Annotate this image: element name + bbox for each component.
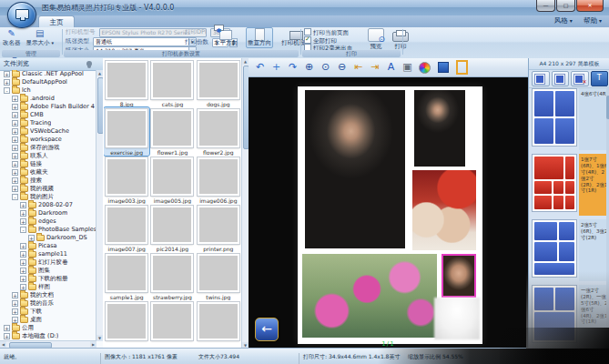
photo-portrait-large[interactable] — [305, 90, 405, 248]
collapse-icon[interactable]: - — [20, 227, 26, 233]
tree-item[interactable]: +sample11 — [0, 250, 96, 258]
thumbnail-item[interactable]: pic2014.jpg — [149, 204, 195, 252]
tree-item[interactable]: -PhotoBase Samples — [0, 226, 96, 234]
preview-button[interactable]: 预览 — [368, 28, 384, 51]
tree-item[interactable]: +样图 — [0, 283, 96, 291]
tree-item[interactable]: +我的音乐 — [0, 299, 96, 308]
expand-icon[interactable]: + — [20, 284, 26, 290]
expand-icon[interactable]: + — [12, 177, 18, 184]
maximize-button[interactable]: ▢ — [556, 0, 575, 12]
expand-icon[interactable]: + — [12, 153, 18, 159]
thumbnail-item[interactable]: cats.jpg — [149, 59, 195, 107]
thumbnail-item[interactable]: twins.jpg — [196, 252, 241, 300]
thumbnail-image[interactable] — [151, 109, 193, 147]
thumbnail-item[interactable] — [104, 300, 149, 349]
thumbnail-image[interactable] — [151, 61, 193, 99]
thumbnail-image[interactable] — [198, 206, 239, 244]
tree-item[interactable]: +Tracing — [0, 119, 96, 127]
thumbnail-image[interactable] — [106, 206, 147, 244]
photo-face-selected[interactable] — [442, 254, 476, 298]
template-item[interactable]: 2张5寸(6R)、3张2寸(2R) — [529, 217, 609, 283]
undo-icon[interactable]: ↶ — [252, 60, 268, 75]
minimize-button[interactable]: — — [536, 0, 555, 12]
tree-item[interactable]: +Picasa — [0, 242, 96, 250]
thumbnail-image[interactable] — [106, 61, 147, 99]
thumbnail-item[interactable]: flower2.jpg — [196, 107, 241, 156]
tree-item[interactable]: +2008-02-07 — [0, 201, 96, 209]
orientation-vertical-button[interactable]: 垂直方向 — [246, 27, 273, 48]
expand-icon[interactable]: + — [12, 308, 18, 315]
expand-icon[interactable]: + — [12, 136, 18, 143]
expand-icon[interactable]: + — [12, 128, 18, 135]
thumbnail-item[interactable]: sample1.jpg — [104, 252, 149, 300]
template-thumbnail[interactable] — [532, 219, 577, 278]
checkbox-打印当前页面[interactable]: 打印当前页面 — [304, 28, 352, 36]
thumbnail-item[interactable]: exercise.jpg — [104, 107, 149, 156]
tree-item[interactable]: -lch — [0, 86, 96, 95]
expand-icon[interactable]: + — [12, 96, 18, 102]
expand-icon[interactable]: + — [12, 120, 18, 126]
thumbnail-image[interactable] — [106, 254, 147, 292]
expand-icon[interactable]: + — [12, 292, 18, 298]
expand-icon[interactable]: + — [20, 243, 26, 249]
显示大小-button[interactable]: ▤显示大小 ▾ — [25, 27, 56, 48]
thumbnail-item[interactable]: image007.jpg — [104, 204, 149, 252]
print-page[interactable] — [298, 86, 482, 344]
thumbnail-image[interactable] — [198, 302, 239, 340]
template-item[interactable]: 1张7寸(6R)、1张6寸(4R)、2张2寸(2R)、2张1寸(1R) — [529, 152, 609, 217]
thumbnail-item[interactable] — [149, 300, 195, 349]
expand-icon[interactable]: + — [12, 300, 18, 307]
expand-icon[interactable]: + — [4, 333, 10, 339]
app-menu-orb-button[interactable] — [7, 2, 36, 28]
template-edit-button[interactable] — [552, 71, 570, 86]
tree-item[interactable]: +收藏夹 — [0, 168, 96, 177]
expand-icon[interactable]: + — [28, 235, 35, 241]
frame-tool-icon[interactable] — [456, 60, 468, 75]
expand-icon[interactable]: + — [20, 218, 26, 225]
expand-icon[interactable]: + — [4, 325, 10, 331]
expand-icon[interactable]: + — [20, 202, 26, 208]
center-icon[interactable]: + — [269, 60, 284, 75]
thumbnail-item[interactable]: image005.jpg — [149, 156, 195, 204]
expand-icon[interactable]: + — [20, 251, 26, 258]
tree-item[interactable]: +本地磁盘 (D:) — [0, 332, 96, 340]
template-text-button[interactable]: T — [591, 71, 609, 86]
thumbnail-image[interactable] — [106, 157, 147, 196]
tree-item[interactable]: +下载 — [0, 308, 96, 316]
tree-item[interactable]: +Adobe Flash Builder 4 — [0, 103, 96, 111]
menu-style[interactable]: 风格 — [554, 16, 573, 25]
tree-item[interactable]: +联系人 — [0, 152, 96, 160]
camera-icon[interactable]: ▣ — [400, 60, 415, 75]
expand-fit-icon[interactable]: ⇥ — [367, 60, 382, 75]
thumbnail-image[interactable] — [151, 254, 193, 292]
tree-item[interactable]: +链接 — [0, 160, 96, 168]
tree-item[interactable]: +幻灯片胶卷 — [0, 258, 96, 267]
expand-icon[interactable]: + — [20, 259, 26, 266]
thumbnail-image[interactable] — [106, 302, 147, 340]
template-item[interactable]: 4张6寸(4R) — [529, 86, 609, 152]
checkbox-全部打印[interactable]: 全部打印 — [304, 36, 352, 45]
paper-type-select[interactable]: 普通纸▾ — [93, 37, 197, 46]
template-item[interactable]: 一张2寸(2R)、一张5寸(5R)、2张6寸(4R)、2张1寸(1R) — [529, 283, 609, 349]
expand-icon[interactable]: + — [12, 186, 18, 192]
zoom-out-icon[interactable]: ⊖ — [334, 60, 350, 75]
expand-icon[interactable]: + — [4, 71, 10, 77]
thumbnail-item[interactable]: printer.png — [196, 204, 241, 252]
tree-item[interactable]: +.android — [0, 95, 96, 103]
tree-item[interactable]: -我的图片 — [0, 193, 96, 201]
改名器-button[interactable]: ✎改名器 — [1, 27, 23, 48]
tree-item[interactable]: +workspace — [0, 136, 96, 144]
thumbnail-item[interactable]: strawberry.jpg — [149, 252, 195, 300]
tree-item[interactable]: +搜索 — [0, 177, 96, 185]
thumbnail-item[interactable]: flower1.jpg — [149, 107, 195, 156]
expand-icon[interactable]: + — [12, 161, 18, 167]
previous-page-button[interactable]: ← — [255, 318, 279, 341]
expand-icon[interactable]: + — [12, 169, 18, 176]
tree-item[interactable]: +下载的相册 — [0, 275, 96, 283]
expand-icon[interactable]: + — [20, 276, 26, 282]
expand-icon[interactable]: + — [20, 210, 26, 217]
thumbnail-image[interactable] — [106, 109, 147, 147]
zoom-in-icon[interactable]: ⊕ — [301, 60, 317, 75]
thumbnail-image[interactable] — [151, 157, 193, 196]
thumbnail-image[interactable] — [151, 206, 193, 244]
